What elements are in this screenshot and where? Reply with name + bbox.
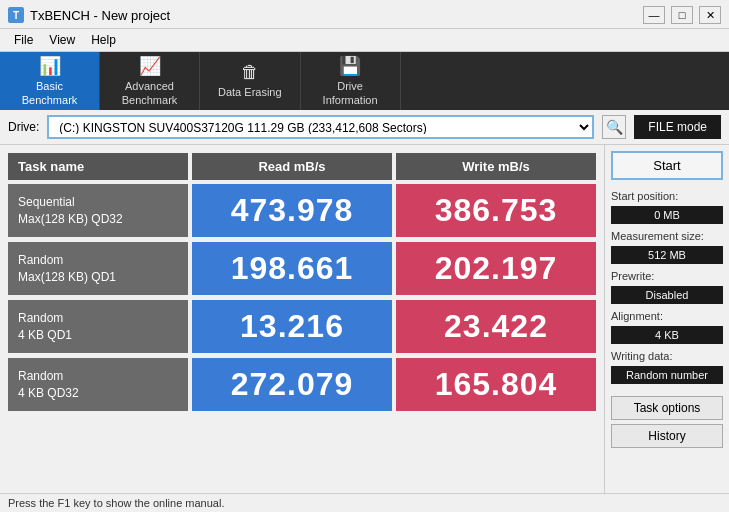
toolbar-basic-benchmark[interactable]: 📊 BasicBenchmark <box>0 52 100 110</box>
menu-view[interactable]: View <box>41 31 83 49</box>
menu-help[interactable]: Help <box>83 31 124 49</box>
bench-label-random-4k-qd1: Random 4 KB QD1 <box>8 300 188 353</box>
title-bar-controls: — □ ✕ <box>643 6 721 24</box>
start-button[interactable]: Start <box>611 151 723 180</box>
toolbar-basic-label: BasicBenchmark <box>22 80 78 106</box>
close-button[interactable]: ✕ <box>699 6 721 24</box>
toolbar-drive-label: DriveInformation <box>323 80 378 106</box>
bench-read-random-4k-qd32: 272.079 <box>192 358 392 411</box>
bench-label-random-128-qd1: Random Max(128 KB) QD1 <box>8 242 188 295</box>
status-text: Press the F1 key to show the online manu… <box>8 497 224 509</box>
measurement-size-label: Measurement size: <box>611 230 723 242</box>
alignment-value: 4 KB <box>611 326 723 344</box>
measurement-size-value: 512 MB <box>611 246 723 264</box>
benchmark-area: Task name Read mB/s Write mB/s Sequentia… <box>0 145 604 493</box>
prewrite-value: Disabled <box>611 286 723 304</box>
drive-refresh-button[interactable]: 🔍 <box>602 115 626 139</box>
col-task-name: Task name <box>8 153 188 180</box>
toolbar-advanced-label: AdvancedBenchmark <box>122 80 178 106</box>
col-write: Write mB/s <box>396 153 596 180</box>
file-mode-button[interactable]: FILE mode <box>634 115 721 139</box>
toolbar: 📊 BasicBenchmark 📈 AdvancedBenchmark 🗑 D… <box>0 52 729 110</box>
minimize-button[interactable]: — <box>643 6 665 24</box>
bench-write-sequential: 386.753 <box>396 184 596 237</box>
data-erasing-icon: 🗑 <box>241 62 259 83</box>
writing-data-value: Random number <box>611 366 723 384</box>
title-bar: T TxBENCH - New project — □ ✕ <box>0 0 729 29</box>
table-header: Task name Read mB/s Write mB/s <box>8 153 596 180</box>
title-bar-left: T TxBENCH - New project <box>8 7 170 23</box>
app-title: TxBENCH - New project <box>30 8 170 23</box>
right-panel: Start Start position: 0 MB Measurement s… <box>604 145 729 493</box>
bench-write-random-4k-qd1: 23.422 <box>396 300 596 353</box>
advanced-benchmark-icon: 📈 <box>139 55 161 77</box>
toolbar-drive-info[interactable]: 💾 DriveInformation <box>301 52 401 110</box>
bench-row-random-4k-qd1: Random 4 KB QD1 13.216 23.422 <box>8 300 596 353</box>
bench-read-random-128-qd1: 198.661 <box>192 242 392 295</box>
bench-label-sequential: Sequential Max(128 KB) QD32 <box>8 184 188 237</box>
prewrite-label: Prewrite: <box>611 270 723 282</box>
menu-bar: File View Help <box>0 29 729 52</box>
app-icon: T <box>8 7 24 23</box>
alignment-label: Alignment: <box>611 310 723 322</box>
writing-data-label: Writing data: <box>611 350 723 362</box>
col-read: Read mB/s <box>192 153 392 180</box>
start-position-label: Start position: <box>611 190 723 202</box>
bench-read-sequential: 473.978 <box>192 184 392 237</box>
bench-read-random-4k-qd1: 13.216 <box>192 300 392 353</box>
drive-bar: Drive: (C:) KINGSTON SUV400S37120G 111.2… <box>0 110 729 145</box>
status-bar: Press the F1 key to show the online manu… <box>0 493 729 512</box>
maximize-button[interactable]: □ <box>671 6 693 24</box>
bench-row-random-4k-qd32: Random 4 KB QD32 272.079 165.804 <box>8 358 596 411</box>
drive-select[interactable]: (C:) KINGSTON SUV400S37120G 111.29 GB (2… <box>47 115 594 139</box>
history-button[interactable]: History <box>611 424 723 448</box>
bench-row-sequential: Sequential Max(128 KB) QD32 473.978 386.… <box>8 184 596 237</box>
toolbar-erase-label: Data Erasing <box>218 86 282 99</box>
bench-write-random-128-qd1: 202.197 <box>396 242 596 295</box>
toolbar-data-erasing[interactable]: 🗑 Data Erasing <box>200 52 301 110</box>
drive-info-icon: 💾 <box>339 55 361 77</box>
menu-file[interactable]: File <box>6 31 41 49</box>
drive-label: Drive: <box>8 120 39 134</box>
start-position-value: 0 MB <box>611 206 723 224</box>
bench-label-random-4k-qd32: Random 4 KB QD32 <box>8 358 188 411</box>
bench-write-random-4k-qd32: 165.804 <box>396 358 596 411</box>
basic-benchmark-icon: 📊 <box>39 55 61 77</box>
bench-row-random-128-qd1: Random Max(128 KB) QD1 198.661 202.197 <box>8 242 596 295</box>
task-options-button[interactable]: Task options <box>611 396 723 420</box>
main-content: Task name Read mB/s Write mB/s Sequentia… <box>0 145 729 493</box>
toolbar-advanced-benchmark[interactable]: 📈 AdvancedBenchmark <box>100 52 200 110</box>
